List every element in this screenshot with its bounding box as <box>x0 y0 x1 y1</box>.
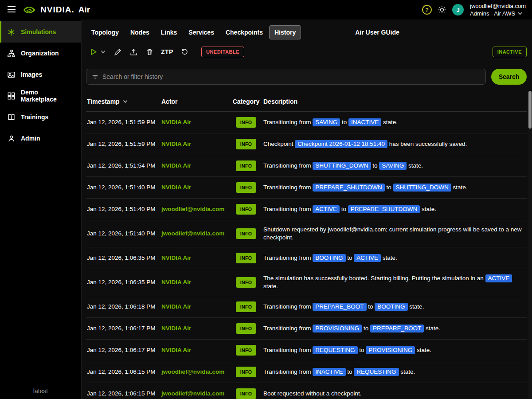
actor-cell: NVIDIA Air <box>161 162 229 170</box>
app-logo[interactable]: NVIDIA. Air <box>23 5 90 15</box>
delete-button[interactable] <box>145 47 154 57</box>
menu-toggle-button[interactable] <box>5 4 18 16</box>
sidebar-item-demo-marketplace[interactable]: Demo Marketplace <box>0 85 81 106</box>
timestamp-cell: Jan 12, 2026, 1:51:54 PM <box>86 162 161 170</box>
sidebar-item-label: Admin <box>21 135 40 142</box>
export-button[interactable] <box>129 47 138 57</box>
sort-chevron-icon <box>123 100 128 103</box>
description-cell: Transitioning from SAVING to INACTIVE st… <box>263 118 527 126</box>
actor-cell: jwoodlief@nvidia.com <box>161 230 229 238</box>
category-cell: INFO <box>229 367 263 377</box>
sidebar-item-label: Trainings <box>21 113 48 121</box>
sidebar-item-label: Organization <box>21 50 59 57</box>
toolbar: ZTP UNEDITABLE INACTIVE <box>86 39 527 60</box>
sun-icon <box>438 6 446 14</box>
table-row: Jan 12, 2026, 1:51:40 PMjwoodlief@nvidia… <box>86 220 527 247</box>
tabs-row: TopologyNodesLinksServicesCheckpointsHis… <box>86 20 527 39</box>
description-cell: Checkpoint Checkpoint 2026-01-12 18:51:4… <box>263 140 527 148</box>
edit-icon <box>114 48 121 56</box>
state-badge: PROVISIONING <box>313 325 362 332</box>
table-row: Jan 12, 2026, 1:06:18 PMNVIDIA AirINFOTr… <box>86 296 527 318</box>
user-menu[interactable]: jwoodlief@nvidia.com Admins - Air AWS <box>470 3 526 17</box>
simulations-icon <box>8 28 16 36</box>
description-text: to <box>340 119 348 125</box>
description-text: to <box>385 184 393 191</box>
search-input[interactable] <box>102 73 480 80</box>
description-text: state. <box>420 206 436 212</box>
scrollbar[interactable] <box>528 91 532 399</box>
tab-nodes[interactable]: Nodes <box>125 25 155 39</box>
tab-links[interactable]: Links <box>156 25 183 39</box>
tab-topology[interactable]: Topology <box>86 25 124 39</box>
sidebar: SimulationsOrganizationImagesDemo Market… <box>0 20 82 399</box>
timestamp-cell: Jan 12, 2026, 1:06:18 PM <box>86 303 161 311</box>
timestamp-cell: Jan 12, 2026, 1:06:17 PM <box>86 346 161 354</box>
sidebar-item-trainings[interactable]: Trainings <box>0 106 81 128</box>
top-bar: NVIDIA. Air ? J jwoodlief@nvidia.com Adm… <box>0 0 532 20</box>
description-cell: Transitioning from REQUESTING to PROVISI… <box>263 346 527 354</box>
marketplace-icon <box>8 92 16 100</box>
actor-cell: NVIDIA Air <box>161 278 229 286</box>
air-user-guide-link[interactable]: Air User GUide <box>355 29 399 36</box>
description-cell: Transitioning from BOOTING to ACTIVE sta… <box>263 254 527 262</box>
tab-checkpoints[interactable]: Checkpoints <box>220 25 268 39</box>
uneditable-badge: UNEDITABLE <box>201 47 244 57</box>
scrollbar-thumb[interactable] <box>528 91 532 129</box>
table-row: Jan 12, 2026, 1:51:40 PMNVIDIA AirINFOTr… <box>86 177 527 199</box>
state-badge: SHUTTING_DOWN <box>313 162 371 170</box>
start-simulation-button[interactable] <box>89 47 98 57</box>
description-text: Transitioning from <box>263 325 313 332</box>
ztp-button[interactable]: ZTP <box>161 48 173 55</box>
state-badge: INACTIVE <box>348 118 381 126</box>
state-badge: REQUESTING <box>354 368 399 376</box>
state-badge: BOOTING <box>375 303 407 311</box>
description-text: state. <box>263 283 278 289</box>
sidebar-item-organization[interactable]: Organization <box>0 43 81 64</box>
sidebar-item-label: Simulations <box>21 28 56 35</box>
description-text: Transitioning from <box>263 303 313 310</box>
sidebar-item-simulations[interactable]: Simulations <box>0 21 81 43</box>
actor-cell: jwoodlief@nvidia.com <box>161 205 229 213</box>
tab-services[interactable]: Services <box>183 25 219 39</box>
theme-toggle-button[interactable] <box>438 6 446 14</box>
export-icon <box>130 48 137 56</box>
help-button[interactable]: ? <box>422 5 432 15</box>
category-cell: INFO <box>229 182 263 193</box>
images-icon <box>8 71 16 78</box>
state-badge: ACTIVE <box>354 254 381 262</box>
description-text: Transitioning from <box>263 347 313 353</box>
tab-history[interactable]: History <box>269 25 301 39</box>
description-cell: Transitioning from PROVISIONING to PREPA… <box>263 325 527 332</box>
category-badge: INFO <box>236 139 257 149</box>
description-text: Transitioning from <box>263 162 313 169</box>
main-content: TopologyNodesLinksServicesCheckpointsHis… <box>82 20 532 399</box>
state-badge: PROVISIONING <box>366 346 415 354</box>
category-badge: INFO <box>236 301 257 312</box>
table-row: Jan 12, 2026, 1:51:59 PMNVIDIA AirINFOTr… <box>86 112 527 133</box>
start-options-button[interactable] <box>100 49 106 55</box>
category-badge: INFO <box>236 117 257 128</box>
column-header-timestamp[interactable]: Timestamp <box>86 98 161 105</box>
category-badge: INFO <box>236 160 257 171</box>
category-badge: INFO <box>236 204 257 215</box>
edit-button[interactable] <box>113 47 122 57</box>
avatar[interactable]: J <box>452 4 464 16</box>
search-button[interactable]: Search <box>491 69 527 85</box>
timestamp-cell: Jan 12, 2026, 1:06:15 PM <box>86 390 161 398</box>
sidebar-item-admin[interactable]: Admin <box>0 128 81 149</box>
description-cell: Transitioning from INACTIVE to REQUESTIN… <box>263 368 527 376</box>
sidebar-item-images[interactable]: Images <box>0 64 81 85</box>
table-row: Jan 12, 2026, 1:06:17 PMNVIDIA AirINFOTr… <box>86 340 527 361</box>
description-text: to <box>362 325 370 332</box>
timestamp-header-label: Timestamp <box>87 98 120 105</box>
product-name: Air <box>78 5 90 15</box>
play-icon <box>90 48 98 56</box>
rebuild-button[interactable] <box>180 47 189 57</box>
timestamp-cell: Jan 12, 2026, 1:06:17 PM <box>86 325 161 332</box>
description-text: state. <box>424 325 440 332</box>
state-badge: INACTIVE <box>313 368 345 376</box>
description-text: Transitioning from <box>263 184 313 191</box>
timestamp-cell: Jan 12, 2026, 1:51:59 PM <box>86 118 161 126</box>
table-row: Jan 12, 2026, 1:51:59 PMNVIDIA AirINFOCh… <box>86 133 527 155</box>
actor-cell: NVIDIA Air <box>161 140 229 148</box>
